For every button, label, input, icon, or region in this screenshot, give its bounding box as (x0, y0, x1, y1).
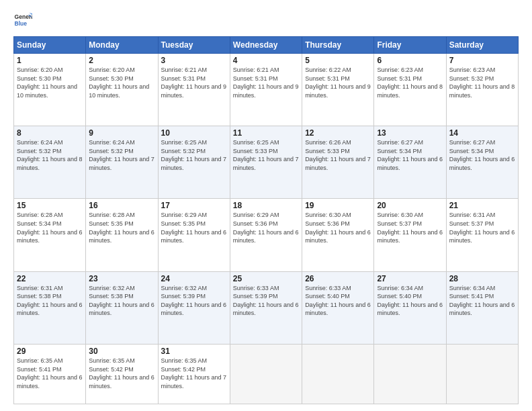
calendar-cell: 16 Sunrise: 6:28 AMSunset: 5:35 PMDaylig… (86, 199, 158, 271)
calendar-week-row: 15 Sunrise: 6:28 AMSunset: 5:34 PMDaylig… (14, 199, 519, 271)
calendar-cell: 6 Sunrise: 6:23 AMSunset: 5:31 PMDayligh… (374, 54, 446, 126)
calendar-cell (230, 344, 302, 404)
calendar-cell: 20 Sunrise: 6:30 AMSunset: 5:37 PMDaylig… (374, 199, 446, 271)
svg-text:Blue: Blue (15, 20, 28, 27)
calendar-cell: 15 Sunrise: 6:28 AMSunset: 5:34 PMDaylig… (14, 199, 86, 271)
day-number: 11 (233, 128, 299, 138)
calendar-cell: 21 Sunrise: 6:31 AMSunset: 5:37 PMDaylig… (446, 199, 518, 271)
day-number: 27 (377, 274, 443, 283)
calendar-week-row: 22 Sunrise: 6:31 AMSunset: 5:38 PMDaylig… (14, 271, 519, 344)
day-number: 18 (233, 201, 299, 210)
day-info: Sunrise: 6:27 AMSunset: 5:34 PMDaylight:… (449, 139, 515, 171)
day-info: Sunrise: 6:23 AMSunset: 5:31 PMDaylight:… (377, 66, 443, 99)
day-info: Sunrise: 6:31 AMSunset: 5:37 PMDaylight:… (449, 212, 515, 244)
calendar-cell: 1 Sunrise: 6:20 AMSunset: 5:30 PMDayligh… (14, 54, 86, 126)
day-number: 31 (161, 347, 227, 356)
day-number: 5 (305, 56, 371, 65)
day-info: Sunrise: 6:25 AMSunset: 5:32 PMDaylight:… (161, 139, 227, 171)
calendar-cell: 28 Sunrise: 6:34 AMSunset: 5:41 PMDaylig… (446, 271, 518, 344)
calendar-table: SundayMondayTuesdayWednesdayThursdayFrid… (13, 36, 519, 404)
calendar-week-row: 1 Sunrise: 6:20 AMSunset: 5:30 PMDayligh… (14, 54, 519, 126)
calendar-header-row: SundayMondayTuesdayWednesdayThursdayFrid… (14, 37, 519, 54)
day-number: 20 (377, 201, 443, 210)
day-number: 10 (161, 128, 227, 138)
day-info: Sunrise: 6:35 AMSunset: 5:41 PMDaylight:… (17, 357, 83, 390)
calendar-cell: 18 Sunrise: 6:29 AMSunset: 5:36 PMDaylig… (230, 199, 302, 271)
day-info: Sunrise: 6:25 AMSunset: 5:33 PMDaylight:… (233, 139, 299, 171)
day-info: Sunrise: 6:24 AMSunset: 5:32 PMDaylight:… (17, 139, 83, 171)
day-info: Sunrise: 6:20 AMSunset: 5:30 PMDaylight:… (89, 66, 149, 99)
day-number: 29 (17, 347, 83, 356)
day-number: 7 (449, 56, 515, 65)
day-number: 12 (305, 128, 371, 138)
day-number: 25 (233, 274, 299, 283)
calendar-cell: 10 Sunrise: 6:25 AMSunset: 5:32 PMDaylig… (158, 126, 230, 199)
day-info: Sunrise: 6:20 AMSunset: 5:30 PMDaylight:… (17, 66, 77, 99)
day-info: Sunrise: 6:26 AMSunset: 5:33 PMDaylight:… (305, 139, 371, 171)
calendar-cell: 26 Sunrise: 6:33 AMSunset: 5:40 PMDaylig… (302, 271, 374, 344)
calendar-cell: 27 Sunrise: 6:34 AMSunset: 5:40 PMDaylig… (374, 271, 446, 344)
calendar-cell: 11 Sunrise: 6:25 AMSunset: 5:33 PMDaylig… (230, 126, 302, 199)
calendar-cell: 24 Sunrise: 6:32 AMSunset: 5:39 PMDaylig… (158, 271, 230, 344)
day-number: 19 (305, 201, 371, 210)
calendar-cell: 19 Sunrise: 6:30 AMSunset: 5:36 PMDaylig… (302, 199, 374, 271)
header: General Blue (13, 11, 519, 30)
calendar-cell: 2 Sunrise: 6:20 AMSunset: 5:30 PMDayligh… (86, 54, 158, 126)
calendar-header-friday: Friday (374, 37, 446, 54)
day-info: Sunrise: 6:31 AMSunset: 5:38 PMDaylight:… (17, 285, 83, 317)
day-info: Sunrise: 6:30 AMSunset: 5:37 PMDaylight:… (377, 212, 443, 244)
calendar-cell: 7 Sunrise: 6:23 AMSunset: 5:32 PMDayligh… (446, 54, 518, 126)
calendar-header-monday: Monday (86, 37, 158, 54)
day-info: Sunrise: 6:28 AMSunset: 5:34 PMDaylight:… (17, 212, 83, 244)
calendar-cell: 29 Sunrise: 6:35 AMSunset: 5:41 PMDaylig… (14, 344, 86, 404)
day-number: 17 (161, 201, 227, 210)
day-number: 3 (161, 56, 227, 65)
day-info: Sunrise: 6:35 AMSunset: 5:42 PMDaylight:… (89, 357, 154, 390)
calendar-header-saturday: Saturday (446, 37, 518, 54)
day-number: 8 (17, 128, 83, 138)
calendar-cell: 30 Sunrise: 6:35 AMSunset: 5:42 PMDaylig… (86, 344, 158, 404)
calendar-cell: 8 Sunrise: 6:24 AMSunset: 5:32 PMDayligh… (14, 126, 86, 199)
day-number: 21 (449, 201, 515, 210)
calendar-week-row: 29 Sunrise: 6:35 AMSunset: 5:41 PMDaylig… (14, 344, 519, 404)
day-info: Sunrise: 6:33 AMSunset: 5:39 PMDaylight:… (233, 285, 299, 317)
calendar-cell: 14 Sunrise: 6:27 AMSunset: 5:34 PMDaylig… (446, 126, 518, 199)
day-info: Sunrise: 6:22 AMSunset: 5:31 PMDaylight:… (305, 66, 371, 99)
calendar-cell: 25 Sunrise: 6:33 AMSunset: 5:39 PMDaylig… (230, 271, 302, 344)
calendar-week-row: 8 Sunrise: 6:24 AMSunset: 5:32 PMDayligh… (14, 126, 519, 199)
calendar-cell: 23 Sunrise: 6:32 AMSunset: 5:38 PMDaylig… (86, 271, 158, 344)
calendar-cell: 22 Sunrise: 6:31 AMSunset: 5:38 PMDaylig… (14, 271, 86, 344)
day-number: 28 (449, 274, 515, 283)
calendar-header-wednesday: Wednesday (230, 37, 302, 54)
day-info: Sunrise: 6:34 AMSunset: 5:40 PMDaylight:… (377, 285, 443, 317)
calendar-cell: 9 Sunrise: 6:24 AMSunset: 5:32 PMDayligh… (86, 126, 158, 199)
day-number: 1 (17, 56, 83, 65)
day-info: Sunrise: 6:23 AMSunset: 5:32 PMDaylight:… (449, 66, 515, 99)
calendar-header-sunday: Sunday (14, 37, 86, 54)
day-info: Sunrise: 6:34 AMSunset: 5:41 PMDaylight:… (449, 285, 515, 317)
calendar-cell: 4 Sunrise: 6:21 AMSunset: 5:31 PMDayligh… (230, 54, 302, 126)
day-number: 22 (17, 274, 83, 283)
calendar-cell (302, 344, 374, 404)
generalblue-logo-icon: General Blue (13, 11, 32, 30)
day-info: Sunrise: 6:32 AMSunset: 5:39 PMDaylight:… (161, 285, 227, 317)
day-number: 4 (233, 56, 299, 65)
day-number: 6 (377, 56, 443, 65)
day-number: 26 (305, 274, 371, 283)
day-number: 16 (89, 201, 154, 210)
calendar-cell: 3 Sunrise: 6:21 AMSunset: 5:31 PMDayligh… (158, 54, 230, 126)
day-info: Sunrise: 6:27 AMSunset: 5:34 PMDaylight:… (377, 139, 443, 171)
calendar-cell (446, 344, 518, 404)
day-number: 2 (89, 56, 154, 65)
calendar-cell: 17 Sunrise: 6:29 AMSunset: 5:35 PMDaylig… (158, 199, 230, 271)
day-number: 13 (377, 128, 443, 138)
day-info: Sunrise: 6:35 AMSunset: 5:42 PMDaylight:… (161, 357, 227, 390)
day-info: Sunrise: 6:21 AMSunset: 5:31 PMDaylight:… (161, 66, 227, 99)
calendar-cell: 13 Sunrise: 6:27 AMSunset: 5:34 PMDaylig… (374, 126, 446, 199)
calendar-cell: 12 Sunrise: 6:26 AMSunset: 5:33 PMDaylig… (302, 126, 374, 199)
day-info: Sunrise: 6:33 AMSunset: 5:40 PMDaylight:… (305, 285, 371, 317)
day-number: 14 (449, 128, 515, 138)
day-number: 23 (89, 274, 154, 283)
day-number: 24 (161, 274, 227, 283)
calendar-cell (374, 344, 446, 404)
